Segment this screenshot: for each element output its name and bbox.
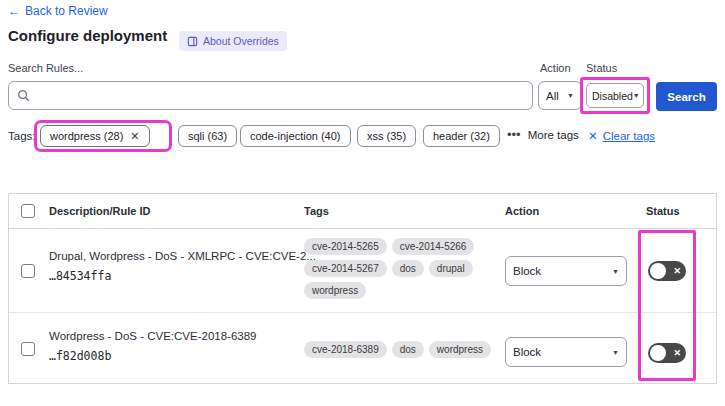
tags-bar-label: Tags: xyxy=(8,130,36,142)
toggle-knob xyxy=(650,345,666,361)
toggle-x-icon: ✕ xyxy=(673,266,681,276)
tag-pill: cve-2014-5267 xyxy=(304,260,387,277)
tag-chip-xss[interactable]: xss (35) xyxy=(357,125,416,147)
tag-pill: dos xyxy=(392,260,424,277)
rules-table: Description/Rule ID Tags Action Status D… xyxy=(8,193,717,384)
tag-chip-label: wordpress (28) xyxy=(50,130,123,142)
search-rules-inputbox[interactable] xyxy=(8,81,533,110)
row-checkbox[interactable] xyxy=(21,342,35,356)
status-toggle[interactable]: ✕ xyxy=(648,343,686,363)
configure-deployment-page: ← Back to Review Configure deployment Ab… xyxy=(0,0,725,406)
status-filter-select[interactable]: Disabled ▼ xyxy=(586,83,644,108)
book-icon xyxy=(187,36,198,47)
chevron-down-icon: ▼ xyxy=(612,268,619,275)
tag-pill: wordpress xyxy=(429,341,491,358)
action-select[interactable]: Block ▼ xyxy=(505,256,627,286)
tag-chip-label: sqli (63) xyxy=(188,130,227,142)
table-header-row: Description/Rule ID Tags Action Status xyxy=(9,194,716,229)
more-tags-button[interactable]: ••• More tags xyxy=(507,129,579,141)
chevron-down-icon: ▼ xyxy=(567,92,574,99)
tag-pill: cve-2018-6389 xyxy=(304,341,387,358)
tag-pill: cve-2014-5266 xyxy=(392,238,475,255)
action-select-value: Block xyxy=(513,265,541,277)
tag-chip-sqli[interactable]: sqli (63) xyxy=(178,125,237,147)
about-overrides-badge[interactable]: About Overrides xyxy=(179,31,287,51)
back-link-label: Back to Review xyxy=(25,4,108,18)
tag-pill: drupal xyxy=(429,260,473,277)
rule-description: Wordpress - DoS - CVE:CVE-2018-6389 xyxy=(49,330,257,342)
rule-description: Drupal, Wordpress - DoS - XMLRPC - CVE:C… xyxy=(49,250,316,262)
about-overrides-label: About Overrides xyxy=(203,35,279,47)
chevron-down-icon: ▼ xyxy=(612,349,619,356)
status-filter-value: Disabled xyxy=(592,90,633,102)
rule-id: …f82d008b xyxy=(49,349,257,363)
search-button[interactable]: Search xyxy=(656,82,717,111)
rule-tags: cve-2018-6389 dos wordpress xyxy=(304,341,504,358)
status-toggle[interactable]: ✕ xyxy=(648,261,686,281)
page-title: Configure deployment xyxy=(8,27,167,44)
rule-tags: cve-2014-5265 cve-2014-5266 cve-2014-526… xyxy=(304,238,494,299)
tag-chip-code-injection[interactable]: code-injection (40) xyxy=(240,125,351,147)
tag-chip-label: header (32) xyxy=(433,130,490,142)
more-tags-label: More tags xyxy=(528,129,579,141)
action-filter-label: Action xyxy=(540,62,571,74)
clear-tags-label: Clear tags xyxy=(603,130,655,142)
action-filter-select[interactable]: All ▼ xyxy=(538,81,582,110)
tag-chip-wordpress[interactable]: wordpress (28) ✕ xyxy=(40,125,150,147)
back-to-review-link[interactable]: ← Back to Review xyxy=(8,4,108,18)
search-rules-input[interactable] xyxy=(36,89,532,103)
rule-description-block: Drupal, Wordpress - DoS - XMLRPC - CVE:C… xyxy=(49,250,316,283)
rule-id: …84534ffa xyxy=(49,269,316,283)
tag-pill: wordpress xyxy=(304,282,366,299)
col-header-status: Status xyxy=(646,205,680,217)
col-header-tags: Tags xyxy=(304,205,329,217)
chevron-down-icon: ▼ xyxy=(633,92,640,99)
action-select-value: Block xyxy=(513,346,541,358)
col-header-action: Action xyxy=(505,205,539,217)
row-checkbox[interactable] xyxy=(21,264,35,278)
search-icon xyxy=(17,89,30,102)
tag-pill: dos xyxy=(392,341,424,358)
status-filter-label: Status xyxy=(586,62,617,74)
toggle-knob xyxy=(650,263,666,279)
clear-tags-button[interactable]: ✕ Clear tags xyxy=(588,129,655,143)
tag-chip-label: xss (35) xyxy=(367,130,406,142)
toggle-x-icon: ✕ xyxy=(673,348,681,358)
tag-chip-header[interactable]: header (32) xyxy=(423,125,500,147)
search-rules-label: Search Rules... xyxy=(8,62,83,74)
col-header-description: Description/Rule ID xyxy=(49,205,150,217)
back-arrow-icon: ← xyxy=(8,4,20,18)
tag-chip-label: code-injection (40) xyxy=(250,130,341,142)
rule-description-block: Wordpress - DoS - CVE:CVE-2018-6389 …f82… xyxy=(49,330,257,363)
tag-pill: cve-2014-5265 xyxy=(304,238,387,255)
close-icon[interactable]: ✕ xyxy=(130,130,139,143)
ellipsis-icon: ••• xyxy=(507,130,521,140)
action-select[interactable]: Block ▼ xyxy=(505,337,627,367)
select-all-checkbox[interactable] xyxy=(21,204,35,218)
close-icon: ✕ xyxy=(588,129,598,143)
action-filter-value: All xyxy=(546,90,559,102)
